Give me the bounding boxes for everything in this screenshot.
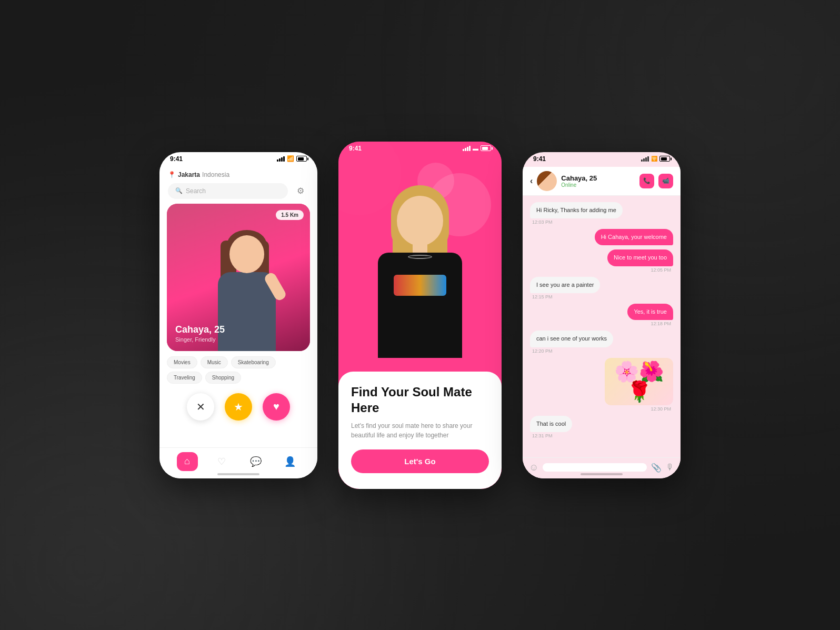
phone2-home-indicator <box>399 484 441 486</box>
voice-call-button[interactable]: 📞 <box>639 174 654 188</box>
signal-icon-p2 <box>463 146 471 151</box>
nav-favorites[interactable]: ♡ <box>211 452 232 471</box>
phones-container: 9:41 📶 📍 Jakarta Indonesia <box>159 142 681 489</box>
chat-actions: 📞 📹 <box>639 174 673 188</box>
search-icon: 🔍 <box>175 187 183 194</box>
emoji-button[interactable]: ☺ <box>529 462 538 473</box>
message-4: I see you are a painter 12:15 PM <box>530 277 673 299</box>
phone3-content: ‹ Cahaya, 25 Online 📞 📹 <box>523 167 681 478</box>
phone2-person <box>338 142 502 372</box>
lets-go-button[interactable]: Let's Go <box>351 449 489 473</box>
superlike-button[interactable]: ★ <box>225 393 252 421</box>
onboarding-card: Find Your Soul Mate Here Let's find your… <box>338 372 502 489</box>
tag-traveling[interactable]: Traveling <box>167 372 202 384</box>
phone2-status-icons: ▬ <box>463 145 491 152</box>
action-buttons: ✕ ★ ♥ <box>159 389 317 426</box>
message-bubble-1: Hi Ricky, Thanks for adding me <box>530 202 623 218</box>
msg-time-5: 12:18 PM <box>648 321 673 326</box>
search-input[interactable]: 🔍 Search <box>168 183 288 199</box>
phone-3: 9:41 🛜 ‹ <box>523 152 681 478</box>
location-city: Jakarta <box>178 171 200 178</box>
wifi-icon: 📶 <box>287 155 294 162</box>
battery-icon-p2 <box>481 145 491 151</box>
phone1-status-bar: 9:41 📶 <box>159 155 317 163</box>
location-bar: 📍 Jakarta Indonesia <box>159 167 317 181</box>
message-bubble-8: That is cool <box>530 416 572 432</box>
message-1: Hi Ricky, Thanks for adding me 12:03 PM <box>530 202 673 225</box>
msg-time-1: 12:03 PM <box>530 219 555 225</box>
phone-1: 9:41 📶 📍 Jakarta Indonesia <box>159 152 317 478</box>
phone3-status-bar: 9:41 🛜 <box>523 155 681 163</box>
tag-movies[interactable]: Movies <box>167 356 197 368</box>
message-3: Nice to meet you too 12:05 PM <box>530 249 673 272</box>
message-6: can i see one of your works 12:20 PM <box>530 331 673 353</box>
message-7: 🌸🌺🌹 12:30 PM <box>530 358 673 412</box>
onboarding-title: Find Your Soul Mate Here <box>351 384 489 416</box>
message-8: That is cool 12:31 PM <box>530 416 673 438</box>
phone1-content: 📍 Jakarta Indonesia 🔍 Search ⚙ <box>159 167 317 478</box>
mic-button[interactable]: 🎙 <box>666 463 674 472</box>
chat-header: ‹ Cahaya, 25 Online 📞 📹 <box>523 167 681 196</box>
chat-avatar <box>537 171 557 191</box>
phone1-home-indicator <box>217 473 259 475</box>
like-button[interactable]: ♥ <box>263 393 290 421</box>
chat-text-input[interactable] <box>543 463 647 472</box>
message-2: Hi Cahaya, your welcome <box>530 229 673 245</box>
message-bubble-5: Yes, it is true <box>627 304 673 320</box>
phone3-home-indicator <box>581 473 623 475</box>
nav-profile[interactable]: 👤 <box>279 452 301 471</box>
nav-home[interactable]: ⌂ <box>177 452 198 471</box>
flower-image-message: 🌸🌺🌹 <box>605 358 673 405</box>
signal-icon <box>277 156 285 162</box>
phone3-time: 9:41 <box>533 155 546 163</box>
tag-music[interactable]: Music <box>201 356 228 368</box>
phone2-status-bar: 9:41 ▬ <box>338 145 502 152</box>
phone3-status-icons: 🛜 <box>641 156 670 162</box>
wifi-icon-p3: 🛜 <box>651 156 657 162</box>
msg-time-4: 12:15 PM <box>530 294 555 299</box>
distance-badge: 1.5 Km <box>276 210 304 220</box>
dislike-button[interactable]: ✕ <box>187 393 214 421</box>
video-call-button[interactable]: 📹 <box>658 174 673 188</box>
attach-button[interactable]: 📎 <box>651 463 662 473</box>
msg-time-8: 12:31 PM <box>530 433 555 438</box>
phone1-status-icons: 📶 <box>277 155 307 162</box>
battery-icon-p3 <box>659 156 670 162</box>
chat-user-name: Cahaya, 25 <box>561 174 635 182</box>
signal-icon-p3 <box>641 156 649 162</box>
search-placeholder: Search <box>186 187 206 195</box>
filter-button[interactable]: ⚙ <box>292 183 309 199</box>
location-country: Indonesia <box>202 171 229 178</box>
profile-name: Cahaya, 25 <box>175 324 225 335</box>
message-bubble-3: Nice to meet you too <box>607 249 673 266</box>
msg-time-7: 12:30 PM <box>648 406 673 412</box>
msg-time-6: 12:20 PM <box>530 348 555 354</box>
wifi-icon-p2: ▬ <box>473 145 478 152</box>
search-bar-row: 🔍 Search ⚙ <box>159 181 317 204</box>
tag-skateboaring[interactable]: Skateboaring <box>231 356 276 368</box>
phone-2: 9:41 ▬ <box>338 142 502 489</box>
chat-user-info: Cahaya, 25 Online <box>561 174 635 188</box>
message-5: Yes, it is true 12:18 PM <box>530 304 673 326</box>
profile-bio: Singer, Friendly <box>175 336 225 343</box>
tag-shopping[interactable]: Shopping <box>205 372 241 384</box>
phone1-time: 9:41 <box>170 155 183 163</box>
onboarding-description: Let's find your soul mate here to share … <box>351 421 489 440</box>
message-bubble-2: Hi Cahaya, your welcome <box>595 229 673 245</box>
location-pin-icon: 📍 <box>168 171 176 178</box>
back-button[interactable]: ‹ <box>530 176 533 186</box>
message-bubble-6: can i see one of your works <box>530 331 613 347</box>
msg-time-3: 12:05 PM <box>648 267 673 273</box>
battery-icon <box>296 156 307 162</box>
phone2-content: Find Your Soul Mate Here Let's find your… <box>338 142 502 489</box>
tags-section: Movies Music Skateboaring Traveling Shop… <box>159 351 317 389</box>
profile-card[interactable]: 1.5 Km Cahaya, 25 Singer, Friendly <box>167 204 310 351</box>
nav-messages[interactable]: 💬 <box>245 452 266 471</box>
profile-info: Cahaya, 25 Singer, Friendly <box>175 324 225 343</box>
message-bubble-4: I see you are a painter <box>530 277 600 293</box>
phone2-time: 9:41 <box>349 145 362 152</box>
messages-area: Hi Ricky, Thanks for adding me 12:03 PM … <box>523 196 681 457</box>
chat-input-row: ☺ 📎 🎙 <box>523 457 681 478</box>
chat-user-status: Online <box>561 182 635 188</box>
